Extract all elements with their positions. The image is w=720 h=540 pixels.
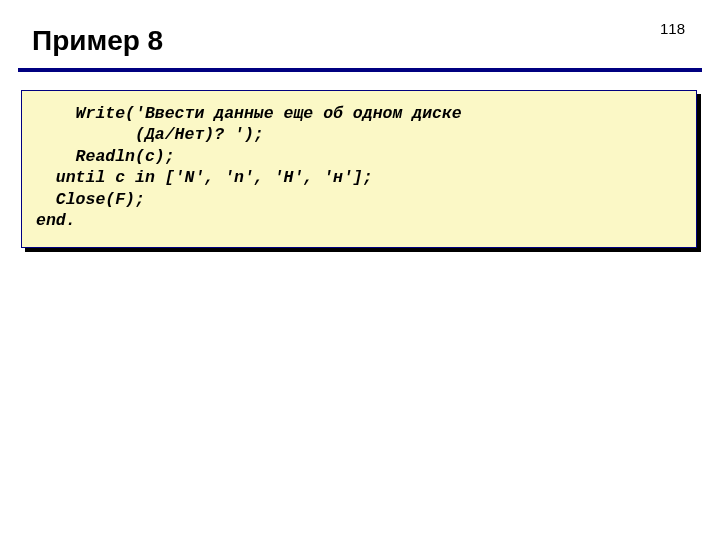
code-box: Write('Ввести данные еще об одном диске … <box>21 90 697 248</box>
code-line: (Да/Нет)? '); <box>36 124 682 145</box>
code-line: Close(F); <box>36 189 682 210</box>
code-line: Readln(c); <box>36 146 682 167</box>
code-line: until c in ['N', 'n', 'Н', 'н']; <box>36 167 682 188</box>
title-underline <box>18 68 702 72</box>
page-number: 118 <box>660 20 685 37</box>
code-line: end. <box>36 210 682 231</box>
slide-title: Пример 8 <box>32 25 163 57</box>
code-line: Write('Ввести данные еще об одном диске <box>36 103 682 124</box>
